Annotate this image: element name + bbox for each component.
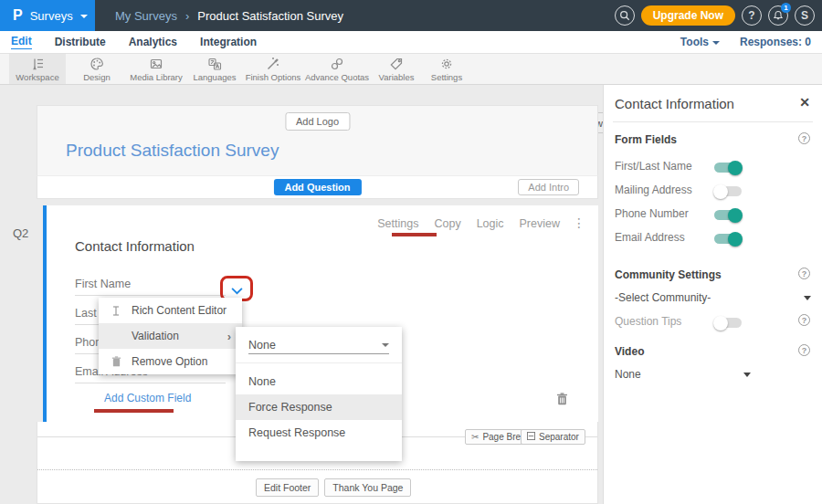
gear-icon <box>439 57 454 71</box>
add-question-row: Add Question Add Intro <box>37 175 598 199</box>
link-icon <box>330 57 344 71</box>
select-community-dropdown[interactable]: -Select Community- <box>615 291 811 304</box>
toolbar-finish-options[interactable]: Finish Options <box>243 54 303 84</box>
menu-item-rich-content-editor[interactable]: Rich Content Editor <box>99 298 242 323</box>
editor-toolbar: Workspace Design Media Library Languages… <box>0 54 822 85</box>
menu-item-validation[interactable]: Validation › <box>99 323 242 349</box>
toggle-label-first-last-name: First/Last Name <box>615 160 692 173</box>
thank-you-page-button[interactable]: Thank You Page <box>324 478 411 497</box>
question-action-menu: Settings Copy Logic Preview <box>377 217 560 230</box>
toolbar-variables[interactable]: Variables <box>371 54 422 84</box>
help-icon[interactable]: ? <box>742 5 762 26</box>
tools-label: Tools <box>680 36 709 48</box>
divider <box>236 362 402 363</box>
video-dropdown[interactable]: None <box>615 368 751 381</box>
help-icon[interactable]: ? <box>798 268 810 279</box>
validation-selected-value: None <box>248 339 276 352</box>
option-request-response[interactable]: Request Response <box>236 420 402 446</box>
responses-count[interactable]: Responses: 0 <box>740 36 811 48</box>
questionpro-survey-editor: P Surveys My Surveys › Product Satisfact… <box>0 0 822 504</box>
upgrade-now-button[interactable]: Upgrade Now <box>641 5 735 26</box>
search-icon[interactable] <box>615 5 635 26</box>
footer-dotted-divider <box>37 469 597 470</box>
trash-icon <box>110 356 122 367</box>
toggle-label-email-address: Email Address <box>615 231 685 244</box>
add-question-button[interactable]: Add Question <box>273 179 361 195</box>
image-icon <box>149 57 163 71</box>
top-bar: P Surveys My Surveys › Product Satisfact… <box>0 0 822 31</box>
add-logo-button[interactable]: Add Logo <box>285 112 350 131</box>
delete-question-trash-icon[interactable] <box>556 393 568 409</box>
add-intro-button[interactable]: Add Intro <box>518 179 579 195</box>
annotation-underline-settings <box>392 233 437 236</box>
field-context-menu: Rich Content Editor Validation › Remove … <box>99 298 242 374</box>
toggle-mailing-address[interactable] <box>714 186 742 196</box>
submenu-chevron-icon: › <box>227 330 231 343</box>
text-cursor-icon <box>110 305 122 317</box>
tab-analytics[interactable]: Analytics <box>129 36 177 49</box>
breadcrumb-current: Product Satisfaction Survey <box>197 9 343 23</box>
tag-icon <box>389 57 404 71</box>
toolbar-languages[interactable]: Languages <box>188 54 241 84</box>
survey-header-card: Add Logo Product Satisfaction Survey <box>37 105 598 175</box>
add-custom-field-link[interactable]: Add Custom Field <box>104 392 191 404</box>
annotation-underline-add-custom-field <box>94 409 174 413</box>
field-first-name[interactable]: First Name <box>75 274 226 296</box>
validation-select[interactable]: None <box>248 337 389 354</box>
edit-footer-button[interactable]: Edit Footer <box>256 478 319 497</box>
tab-edit[interactable]: Edit <box>11 35 32 49</box>
question-copy-button[interactable]: Copy <box>434 217 460 230</box>
toggle-email-address[interactable] <box>714 234 742 244</box>
toolbar-workspace[interactable]: Workspace <box>9 54 66 84</box>
option-force-response[interactable]: Force Response <box>236 394 402 420</box>
topbar-actions: Upgrade Now ? 1 S <box>615 0 815 31</box>
toggle-phone-number[interactable] <box>714 210 742 220</box>
wand-icon <box>266 57 280 71</box>
question-settings-button[interactable]: Settings <box>377 217 418 230</box>
divider <box>613 121 813 122</box>
palette-icon <box>90 57 104 71</box>
toggle-label-mailing-address: Mailing Address <box>615 184 692 196</box>
product-menu-label: Surveys <box>30 9 73 23</box>
help-icon[interactable]: ? <box>798 132 810 144</box>
notification-badge: 1 <box>781 3 791 13</box>
more-options-icon[interactable]: ⋮ <box>573 215 585 230</box>
form-fields-heading: Form Fields <box>615 133 677 146</box>
tab-distribute[interactable]: Distribute <box>55 36 106 49</box>
avatar[interactable]: S <box>795 5 815 26</box>
toggle-label-phone-number: Phone Number <box>615 207 689 220</box>
product-switcher[interactable]: P Surveys <box>0 0 95 31</box>
help-icon[interactable]: ? <box>798 314 810 326</box>
questionpro-logo-icon: P <box>13 7 23 24</box>
dropdown-caret-icon <box>804 296 811 300</box>
option-none[interactable]: None <box>236 369 402 394</box>
toolbar-design[interactable]: Design <box>71 54 122 84</box>
help-icon[interactable]: ? <box>798 344 810 356</box>
sidebar-title: Contact Information <box>615 96 734 111</box>
question-preview-button[interactable]: Preview <box>520 217 560 230</box>
dropdown-caret-icon <box>382 343 389 347</box>
breadcrumb-parent[interactable]: My Surveys <box>115 9 177 23</box>
dropdown-caret-icon <box>743 373 751 377</box>
question-logic-button[interactable]: Logic <box>477 217 504 230</box>
question-title[interactable]: Contact Information <box>75 238 195 254</box>
tools-menu[interactable]: Tools <box>680 36 720 48</box>
scissors-icon: ✂ <box>471 432 479 442</box>
workspace-icon <box>30 57 45 71</box>
toolbar-media-library[interactable]: Media Library <box>126 54 186 84</box>
toolbar-advance-quotas[interactable]: Advance Quotas <box>305 54 369 84</box>
toolbar-settings[interactable]: Settings <box>422 54 471 84</box>
survey-title[interactable]: Product Satisfaction Survey <box>66 141 279 161</box>
translate-icon <box>207 57 222 71</box>
menu-item-remove-option[interactable]: Remove Option <box>99 349 242 374</box>
tab-integration[interactable]: Integration <box>200 36 257 49</box>
notifications-bell-icon[interactable]: 1 <box>768 5 788 26</box>
chevron-down-icon <box>80 15 88 18</box>
toggle-question-tips[interactable] <box>714 318 742 328</box>
toggle-first-last-name[interactable] <box>714 163 742 173</box>
separator-button[interactable]: Separator <box>521 429 585 445</box>
separator-icon <box>527 432 535 442</box>
close-icon[interactable]: ✕ <box>799 95 810 110</box>
validation-popup: None None Force Response Request Respons… <box>236 327 402 461</box>
breadcrumb-separator: › <box>185 9 189 23</box>
